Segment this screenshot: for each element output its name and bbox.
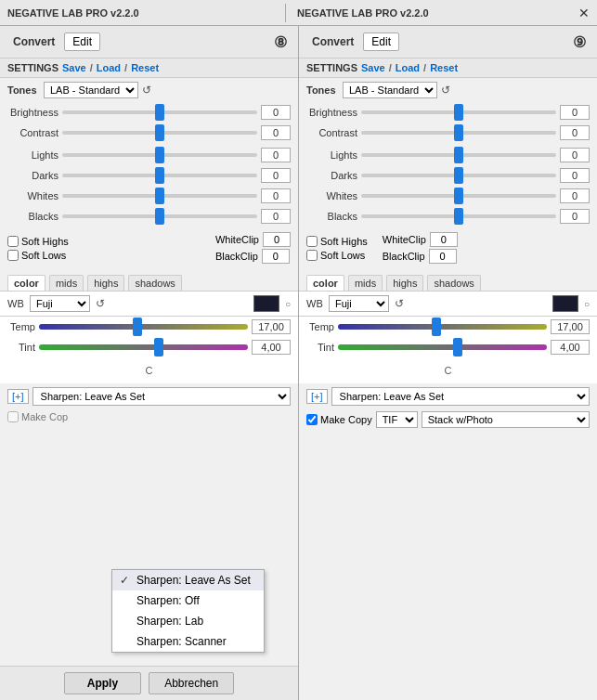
right-temp-thumb[interactable] — [432, 318, 441, 336]
left-tones-select[interactable]: LAB - Standard — [44, 82, 138, 98]
right-blacks-track[interactable] — [361, 214, 556, 218]
left-darks-value[interactable] — [261, 168, 291, 183]
left-mids-tab[interactable]: mids — [49, 275, 84, 291]
left-temp-track[interactable] — [39, 324, 248, 330]
left-brightness-value[interactable] — [261, 105, 291, 120]
right-lights-value[interactable] — [560, 148, 590, 162]
left-brightness-track[interactable] — [62, 110, 257, 114]
right-tint-track[interactable] — [338, 344, 547, 350]
left-sharpen-select[interactable]: Sharpen: Leave As Set Sharpen: Off Sharp… — [32, 387, 291, 406]
right-temp-value[interactable] — [551, 319, 590, 334]
left-lights-track[interactable] — [62, 153, 257, 157]
left-contrast-track[interactable] — [62, 131, 257, 135]
left-apply-button[interactable]: Apply — [64, 672, 141, 694]
right-mids-tab[interactable]: mids — [348, 275, 383, 291]
right-white-clip-value[interactable] — [430, 232, 458, 247]
left-darks-thumb[interactable] — [155, 167, 164, 184]
right-lights-track[interactable] — [361, 153, 556, 157]
left-dropdown-item-3[interactable]: Sharpen: Lab — [112, 611, 264, 631]
left-soft-highs-check-a[interactable] — [7, 236, 19, 247]
left-blacks-track[interactable] — [62, 214, 257, 218]
left-abbrechen-button[interactable]: Abbrechen — [149, 672, 234, 694]
right-wb-select[interactable]: Fuji — [329, 295, 389, 312]
left-tint-thumb[interactable] — [154, 338, 163, 356]
left-load-link[interactable]: Load — [97, 62, 121, 73]
right-save-link[interactable]: Save — [361, 62, 385, 73]
right-whites-thumb[interactable] — [454, 188, 463, 204]
left-brightness-thumb[interactable] — [155, 104, 164, 121]
left-highs-tab[interactable]: highs — [87, 275, 124, 291]
left-tint-track[interactable] — [39, 344, 248, 350]
left-soft-lows-check-a[interactable] — [7, 250, 19, 261]
right-make-copy-check[interactable] — [306, 414, 318, 425]
right-whites-value[interactable] — [560, 188, 590, 203]
right-contrast-thumb[interactable] — [454, 124, 463, 141]
right-black-clip-value[interactable] — [429, 249, 457, 264]
left-blacks-value[interactable] — [261, 209, 291, 224]
right-soft-lows-check[interactable] — [306, 250, 318, 261]
right-load-link[interactable]: Load — [396, 62, 420, 73]
right-format-select[interactable]: TIF JPG PSD — [376, 411, 418, 428]
left-wb-refresh-icon[interactable]: ↺ — [96, 297, 105, 310]
right-highs-tab[interactable]: highs — [386, 275, 423, 291]
left-shadows-tab[interactable]: shadows — [128, 275, 181, 291]
right-swatch-circle[interactable]: ○ — [584, 299, 590, 309]
left-blacks-thumb[interactable] — [155, 208, 164, 225]
right-tones-select[interactable]: LAB - Standard — [343, 82, 437, 98]
right-sharpen-plus-button[interactable]: [+] — [306, 389, 328, 404]
left-wb-select[interactable]: Fuji — [30, 295, 90, 312]
right-darks-thumb[interactable] — [454, 167, 463, 184]
right-whites-track[interactable] — [361, 194, 556, 198]
left-whites-track[interactable] — [62, 194, 257, 198]
right-darks-value[interactable] — [560, 168, 590, 183]
right-blacks-value[interactable] — [560, 209, 590, 224]
left-refresh-icon[interactable]: ↺ — [142, 84, 151, 97]
left-dropdown-item-4[interactable]: Sharpen: Scanner — [112, 631, 264, 652]
left-contrast-thumb[interactable] — [155, 124, 164, 141]
right-tint-thumb[interactable] — [453, 338, 462, 356]
close-button[interactable]: ✕ — [571, 0, 597, 26]
right-contrast-value[interactable] — [560, 125, 590, 140]
right-brightness-thumb[interactable] — [454, 104, 463, 121]
left-tint-value[interactable] — [252, 340, 291, 355]
left-convert-button[interactable]: Convert — [7, 33, 60, 50]
right-edit-button[interactable]: Edit — [363, 32, 399, 51]
right-wb-refresh-icon[interactable]: ↺ — [395, 297, 404, 310]
right-sharpen-select[interactable]: Sharpen: Leave As Set Sharpen: Off Sharp… — [331, 387, 590, 406]
right-soft-highs-check[interactable] — [306, 236, 318, 247]
left-color-tab[interactable]: color — [7, 275, 45, 291]
left-whites-value[interactable] — [261, 188, 291, 203]
right-color-tab[interactable]: color — [306, 275, 344, 291]
left-lights-value[interactable] — [261, 148, 291, 162]
left-reset-link[interactable]: Reset — [131, 62, 159, 73]
right-lights-thumb[interactable] — [454, 147, 463, 163]
left-dropdown-item-2[interactable]: Sharpen: Off — [112, 590, 264, 611]
left-save-link[interactable]: Save — [62, 62, 86, 73]
left-whites-thumb[interactable] — [155, 188, 164, 204]
left-temp-value[interactable] — [252, 319, 291, 334]
right-darks-track[interactable] — [361, 174, 556, 177]
right-brightness-value[interactable] — [560, 105, 590, 120]
left-dropdown-item-1[interactable]: ✓ Sharpen: Leave As Set — [112, 570, 264, 590]
right-stack-select[interactable]: Stack w/Photo Add Subfolder — [422, 411, 590, 428]
left-lights-thumb[interactable] — [155, 147, 164, 163]
right-blacks-thumb[interactable] — [454, 208, 463, 225]
left-swatch-circle[interactable]: ○ — [285, 299, 291, 309]
right-contrast-track[interactable] — [361, 131, 556, 135]
left-contrast-value[interactable] — [261, 125, 291, 140]
left-edit-button[interactable]: Edit — [64, 32, 100, 51]
right-brightness-track[interactable] — [361, 110, 556, 114]
left-color-swatch[interactable] — [253, 295, 279, 312]
right-tint-value[interactable] — [551, 340, 590, 355]
left-darks-track[interactable] — [62, 174, 257, 177]
right-convert-button[interactable]: Convert — [306, 33, 359, 50]
right-refresh-icon[interactable]: ↺ — [441, 84, 450, 97]
right-shadows-tab[interactable]: shadows — [427, 275, 480, 291]
right-reset-link[interactable]: Reset — [430, 62, 458, 73]
left-sharpen-plus-button[interactable]: [+] — [7, 389, 29, 404]
left-temp-thumb[interactable] — [133, 318, 142, 336]
right-temp-track[interactable] — [338, 324, 547, 330]
right-color-swatch[interactable] — [552, 295, 578, 312]
left-make-copy-check[interactable] — [7, 411, 19, 422]
left-action-buttons: Apply Abbrechen — [0, 666, 298, 700]
